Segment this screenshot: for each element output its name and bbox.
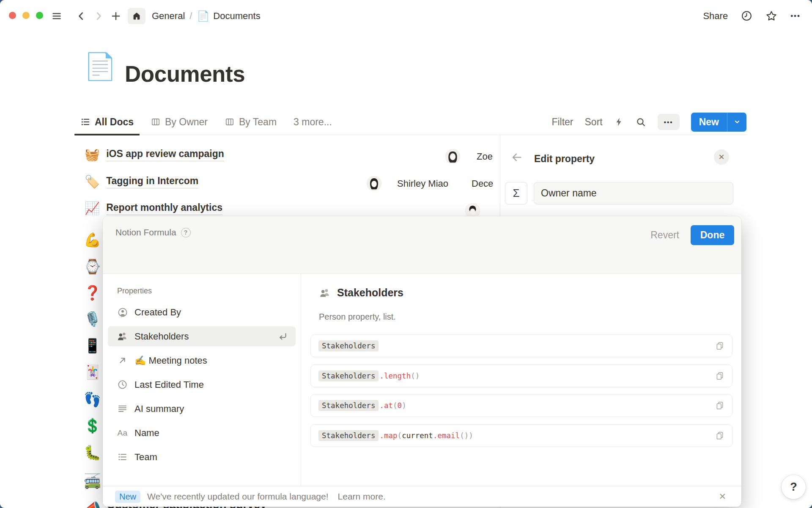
- row-icon[interactable]: ❓: [84, 286, 101, 300]
- board-view-icon: [225, 117, 235, 127]
- doc-property-title: Stakeholders: [337, 287, 403, 299]
- copy-icon[interactable]: [715, 341, 724, 351]
- code-paren: (): [411, 372, 420, 380]
- property-name-input[interactable]: [534, 182, 733, 204]
- edit-property-title: Edit property: [534, 153, 595, 165]
- property-item-stakeholders[interactable]: Stakeholders: [108, 326, 296, 346]
- new-button-label[interactable]: New: [691, 113, 727, 132]
- person-cell[interactable]: Shirley Miao: [397, 178, 448, 189]
- row-icon[interactable]: 🃏: [84, 365, 101, 379]
- copy-icon[interactable]: [715, 431, 724, 440]
- code-function: .at: [379, 401, 393, 410]
- close-window-button[interactable]: [9, 12, 16, 19]
- view-options-icon[interactable]: •••: [658, 114, 680, 130]
- zoom-window-button[interactable]: [36, 12, 43, 19]
- list-view-icon: [80, 117, 91, 127]
- row-icon[interactable]: 👣: [84, 392, 101, 406]
- properties-section-label: Properties: [117, 287, 301, 295]
- title-aa-icon: Aa: [117, 428, 128, 438]
- row-icon[interactable]: 🎙️: [84, 312, 101, 326]
- formula-help-icon[interactable]: ?: [181, 228, 191, 237]
- help-button[interactable]: ?: [782, 475, 806, 499]
- row-icon[interactable]: 📣: [84, 501, 101, 508]
- row-icon[interactable]: 🧺: [85, 149, 100, 161]
- home-button[interactable]: [128, 8, 145, 24]
- formula-example: Stakeholders.length(): [310, 364, 732, 387]
- tab-by-owner[interactable]: By Owner: [151, 109, 208, 135]
- new-dropdown-chevron-icon[interactable]: [727, 113, 746, 132]
- new-button[interactable]: New: [691, 113, 746, 132]
- property-item-meeting-notes[interactable]: ✍️ Meeting notes: [108, 351, 296, 370]
- back-icon[interactable]: [76, 11, 87, 22]
- close-icon[interactable]: ✕: [719, 491, 726, 502]
- row-icon[interactable]: 🚎: [84, 474, 101, 488]
- formula-sigma-icon[interactable]: Σ: [505, 182, 527, 204]
- copy-icon[interactable]: [715, 401, 724, 410]
- code-token: Stakeholders: [318, 430, 379, 441]
- property-item-ai-summary[interactable]: AI summary: [108, 399, 296, 419]
- more-options-icon[interactable]: •••: [790, 12, 801, 20]
- person-cell[interactable]: Zoe: [477, 151, 493, 162]
- breadcrumb-page[interactable]: Documents: [213, 11, 260, 22]
- formula-doc-column: Stakeholders Person property, list. Stak…: [301, 274, 741, 486]
- forward-icon[interactable]: [93, 11, 104, 22]
- property-item-last-edited-time[interactable]: Last Edited Time: [108, 375, 296, 395]
- row-icon[interactable]: 🐛: [84, 446, 101, 460]
- row-icon[interactable]: 📱: [84, 339, 101, 353]
- close-icon[interactable]: ✕: [714, 149, 729, 165]
- table-row: 🏷️ Tagging in Intercom: [85, 175, 198, 188]
- back-arrow-icon[interactable]: [510, 151, 523, 164]
- property-item-created-by[interactable]: Created By: [108, 302, 296, 322]
- revert-button[interactable]: Revert: [650, 229, 679, 241]
- search-icon[interactable]: [636, 117, 646, 127]
- list-icon: [117, 452, 128, 462]
- row-icon[interactable]: 📈: [85, 202, 100, 215]
- automation-bolt-icon[interactable]: [614, 117, 624, 127]
- code-token: Stakeholders: [318, 400, 379, 411]
- banner-learn-more-link[interactable]: Learn more.: [338, 491, 386, 502]
- recent-clock-icon[interactable]: [741, 10, 752, 22]
- row-icon[interactable]: 💪: [84, 233, 101, 247]
- row-icon[interactable]: 🏷️: [85, 176, 100, 188]
- view-tabbar: All Docs By Owner By Team 3 more... Filt…: [80, 109, 746, 135]
- avatar: [465, 203, 480, 218]
- share-button[interactable]: Share: [703, 11, 728, 22]
- breadcrumb-separator: /: [189, 11, 192, 22]
- breadcrumb-root[interactable]: General: [152, 11, 185, 22]
- date-cell[interactable]: Dece: [472, 178, 493, 189]
- favorite-star-icon[interactable]: [765, 10, 777, 22]
- property-item-name[interactable]: Aa Name: [108, 423, 296, 443]
- text-lines-icon: [117, 403, 128, 414]
- row-title[interactable]: Tagging in Intercom: [106, 175, 198, 188]
- minimize-window-button[interactable]: [22, 12, 30, 19]
- people-icon: [117, 331, 128, 342]
- sidebar-menu-icon[interactable]: [51, 11, 63, 21]
- tab-more-views[interactable]: 3 more...: [294, 109, 332, 135]
- code-function: .email: [433, 431, 460, 440]
- row-icon[interactable]: ⌚: [84, 260, 101, 273]
- sort-button[interactable]: Sort: [585, 116, 603, 128]
- row-icon[interactable]: 💲: [84, 419, 101, 433]
- people-icon: [319, 287, 331, 299]
- done-button[interactable]: Done: [691, 225, 734, 245]
- property-item-team[interactable]: Team: [108, 447, 296, 467]
- formula-input-area[interactable]: Notion Formula ? Revert Done: [103, 216, 741, 274]
- tab-label: By Owner: [165, 116, 208, 128]
- filter-button[interactable]: Filter: [551, 116, 573, 128]
- row-title[interactable]: Report monthly analytics: [106, 202, 222, 215]
- code-variable: current: [402, 431, 433, 440]
- page-title[interactable]: Documents: [125, 61, 245, 87]
- row-title[interactable]: iOS app review campaign: [106, 148, 224, 161]
- new-tab-plus-icon[interactable]: [110, 11, 121, 22]
- tab-by-team[interactable]: By Team: [225, 109, 277, 135]
- breadcrumb-page-icon: 📄: [197, 10, 209, 22]
- code-token: Stakeholders: [318, 340, 379, 351]
- formula-editor-popup: Notion Formula ? Revert Done Properties …: [103, 216, 741, 507]
- tab-all-docs[interactable]: All Docs: [80, 109, 134, 135]
- app-window: General / 📄 Documents Share ••• 📄 Docume…: [0, 0, 812, 508]
- doc-property-subtitle: Person property, list.: [319, 312, 396, 322]
- page-icon[interactable]: 📄: [84, 53, 116, 80]
- window-controls: [9, 12, 43, 19]
- property-label: ✍️ Meeting notes: [134, 355, 207, 366]
- copy-icon[interactable]: [715, 371, 724, 381]
